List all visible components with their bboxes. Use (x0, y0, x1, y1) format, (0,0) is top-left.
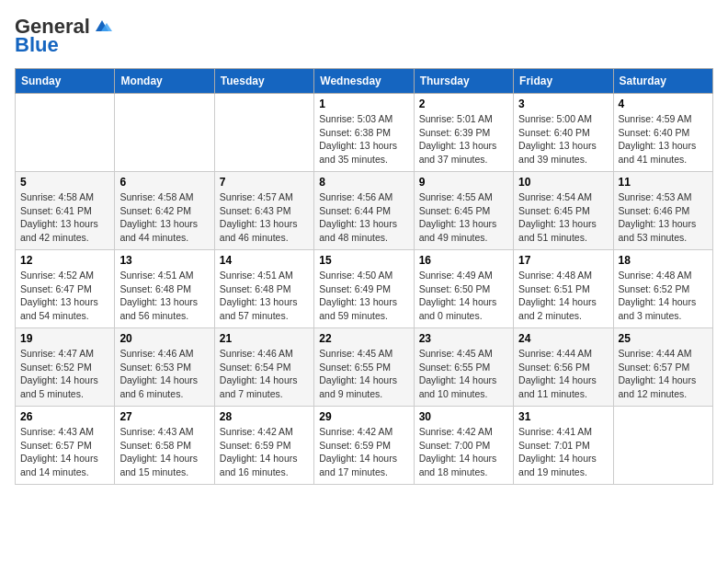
day-info: Sunrise: 5:00 AM Sunset: 6:40 PM Dayligh… (518, 112, 608, 167)
day-info: Sunrise: 4:49 AM Sunset: 6:50 PM Dayligh… (419, 269, 508, 323)
day-info: Sunrise: 4:44 AM Sunset: 6:56 PM Dayligh… (518, 347, 608, 401)
calendar-cell: 23Sunrise: 4:45 AM Sunset: 6:55 PM Dayli… (414, 328, 513, 407)
calendar-header-row: SundayMondayTuesdayWednesdayThursdayFrid… (16, 69, 713, 94)
day-number: 16 (419, 254, 508, 267)
day-info: Sunrise: 5:01 AM Sunset: 6:39 PM Dayligh… (419, 112, 508, 167)
day-info: Sunrise: 4:53 AM Sunset: 6:46 PM Dayligh… (619, 190, 708, 245)
calendar-cell: 15Sunrise: 4:50 AM Sunset: 6:49 PM Dayli… (314, 250, 414, 328)
day-number: 25 (619, 332, 708, 345)
column-header-tuesday: Tuesday (214, 69, 313, 94)
day-info: Sunrise: 4:41 AM Sunset: 7:01 PM Dayligh… (518, 425, 608, 479)
day-number: 22 (319, 332, 408, 345)
day-number: 20 (119, 332, 209, 345)
calendar-cell: 7Sunrise: 4:57 AM Sunset: 6:43 PM Daylig… (214, 172, 313, 250)
calendar-cell: 20Sunrise: 4:46 AM Sunset: 6:53 PM Dayli… (115, 328, 214, 407)
day-info: Sunrise: 4:43 AM Sunset: 6:57 PM Dayligh… (20, 425, 109, 479)
calendar-week-3: 12Sunrise: 4:52 AM Sunset: 6:47 PM Dayli… (16, 250, 713, 328)
column-header-wednesday: Wednesday (314, 69, 414, 94)
logo-blue: Blue (15, 33, 59, 57)
calendar-cell (613, 407, 712, 485)
day-info: Sunrise: 4:42 AM Sunset: 7:00 PM Dayligh… (419, 425, 508, 479)
calendar-cell: 19Sunrise: 4:47 AM Sunset: 6:52 PM Dayli… (16, 328, 115, 407)
calendar-cell: 6Sunrise: 4:58 AM Sunset: 6:42 PM Daylig… (115, 172, 214, 250)
day-info: Sunrise: 4:59 AM Sunset: 6:40 PM Dayligh… (619, 112, 708, 167)
column-header-thursday: Thursday (414, 69, 513, 94)
day-info: Sunrise: 4:48 AM Sunset: 6:51 PM Dayligh… (518, 269, 608, 323)
calendar-cell: 11Sunrise: 4:53 AM Sunset: 6:46 PM Dayli… (613, 172, 712, 250)
day-number: 4 (619, 98, 708, 110)
day-info: Sunrise: 4:48 AM Sunset: 6:52 PM Dayligh… (619, 269, 708, 323)
logo: General Blue (15, 15, 112, 57)
day-number: 29 (319, 410, 408, 423)
day-number: 15 (319, 254, 408, 267)
day-info: Sunrise: 4:54 AM Sunset: 6:45 PM Dayligh… (518, 190, 608, 245)
day-number: 2 (419, 98, 508, 110)
column-header-friday: Friday (514, 69, 613, 94)
calendar-table: SundayMondayTuesdayWednesdayThursdayFrid… (15, 68, 713, 485)
calendar-cell: 9Sunrise: 4:55 AM Sunset: 6:45 PM Daylig… (414, 172, 513, 250)
calendar-cell: 29Sunrise: 4:42 AM Sunset: 6:59 PM Dayli… (314, 407, 414, 485)
calendar-cell: 30Sunrise: 4:42 AM Sunset: 7:00 PM Dayli… (414, 407, 513, 485)
day-number: 19 (20, 332, 109, 345)
day-number: 8 (319, 176, 408, 189)
calendar-week-4: 19Sunrise: 4:47 AM Sunset: 6:52 PM Dayli… (16, 328, 713, 407)
day-number: 1 (319, 98, 408, 110)
column-header-saturday: Saturday (613, 69, 712, 94)
day-number: 9 (419, 176, 508, 189)
day-info: Sunrise: 4:43 AM Sunset: 6:58 PM Dayligh… (119, 425, 209, 479)
day-number: 14 (220, 254, 309, 267)
day-info: Sunrise: 4:45 AM Sunset: 6:55 PM Dayligh… (419, 347, 508, 401)
day-number: 30 (419, 410, 508, 423)
day-number: 6 (119, 176, 209, 189)
day-info: Sunrise: 4:58 AM Sunset: 6:41 PM Dayligh… (20, 190, 109, 245)
day-info: Sunrise: 4:42 AM Sunset: 6:59 PM Dayligh… (319, 425, 408, 479)
calendar-cell: 26Sunrise: 4:43 AM Sunset: 6:57 PM Dayli… (16, 407, 115, 485)
day-info: Sunrise: 4:44 AM Sunset: 6:57 PM Dayligh… (619, 347, 708, 401)
day-info: Sunrise: 4:51 AM Sunset: 6:48 PM Dayligh… (220, 269, 309, 323)
page-header: General Blue (15, 15, 713, 57)
calendar-cell: 13Sunrise: 4:51 AM Sunset: 6:48 PM Dayli… (115, 250, 214, 328)
day-info: Sunrise: 4:50 AM Sunset: 6:49 PM Dayligh… (319, 269, 408, 323)
day-info: Sunrise: 4:56 AM Sunset: 6:44 PM Dayligh… (319, 190, 408, 245)
calendar-week-2: 5Sunrise: 4:58 AM Sunset: 6:41 PM Daylig… (16, 172, 713, 250)
day-info: Sunrise: 4:45 AM Sunset: 6:55 PM Dayligh… (319, 347, 408, 401)
logo-icon (92, 18, 112, 35)
day-info: Sunrise: 5:03 AM Sunset: 6:38 PM Dayligh… (319, 112, 408, 167)
day-info: Sunrise: 4:47 AM Sunset: 6:52 PM Dayligh… (20, 347, 109, 401)
day-number: 10 (518, 176, 608, 189)
day-number: 17 (518, 254, 608, 267)
day-number: 13 (119, 254, 209, 267)
day-number: 28 (220, 410, 309, 423)
calendar-cell: 28Sunrise: 4:42 AM Sunset: 6:59 PM Dayli… (214, 407, 313, 485)
day-number: 18 (619, 254, 708, 267)
calendar-cell: 2Sunrise: 5:01 AM Sunset: 6:39 PM Daylig… (414, 94, 513, 172)
day-info: Sunrise: 4:52 AM Sunset: 6:47 PM Dayligh… (20, 269, 109, 323)
column-header-sunday: Sunday (16, 69, 115, 94)
calendar-cell: 17Sunrise: 4:48 AM Sunset: 6:51 PM Dayli… (514, 250, 613, 328)
calendar-cell: 8Sunrise: 4:56 AM Sunset: 6:44 PM Daylig… (314, 172, 414, 250)
calendar-cell: 3Sunrise: 5:00 AM Sunset: 6:40 PM Daylig… (514, 94, 613, 172)
calendar-cell: 12Sunrise: 4:52 AM Sunset: 6:47 PM Dayli… (16, 250, 115, 328)
day-info: Sunrise: 4:46 AM Sunset: 6:53 PM Dayligh… (119, 347, 209, 401)
day-number: 7 (220, 176, 309, 189)
calendar-cell (214, 94, 313, 172)
calendar-cell: 4Sunrise: 4:59 AM Sunset: 6:40 PM Daylig… (613, 94, 712, 172)
calendar-week-5: 26Sunrise: 4:43 AM Sunset: 6:57 PM Dayli… (16, 407, 713, 485)
calendar-week-1: 1Sunrise: 5:03 AM Sunset: 6:38 PM Daylig… (16, 94, 713, 172)
day-info: Sunrise: 4:42 AM Sunset: 6:59 PM Dayligh… (220, 425, 309, 479)
calendar-cell: 16Sunrise: 4:49 AM Sunset: 6:50 PM Dayli… (414, 250, 513, 328)
calendar-cell: 25Sunrise: 4:44 AM Sunset: 6:57 PM Dayli… (613, 328, 712, 407)
day-number: 11 (619, 176, 708, 189)
calendar-cell: 22Sunrise: 4:45 AM Sunset: 6:55 PM Dayli… (314, 328, 414, 407)
calendar-cell (115, 94, 214, 172)
day-number: 21 (220, 332, 309, 345)
calendar-cell: 1Sunrise: 5:03 AM Sunset: 6:38 PM Daylig… (314, 94, 414, 172)
day-number: 12 (20, 254, 109, 267)
day-number: 24 (518, 332, 608, 345)
day-number: 27 (119, 410, 209, 423)
calendar-cell: 31Sunrise: 4:41 AM Sunset: 7:01 PM Dayli… (514, 407, 613, 485)
day-info: Sunrise: 4:51 AM Sunset: 6:48 PM Dayligh… (119, 269, 209, 323)
day-info: Sunrise: 4:55 AM Sunset: 6:45 PM Dayligh… (419, 190, 508, 245)
calendar-cell: 18Sunrise: 4:48 AM Sunset: 6:52 PM Dayli… (613, 250, 712, 328)
calendar-cell: 5Sunrise: 4:58 AM Sunset: 6:41 PM Daylig… (16, 172, 115, 250)
